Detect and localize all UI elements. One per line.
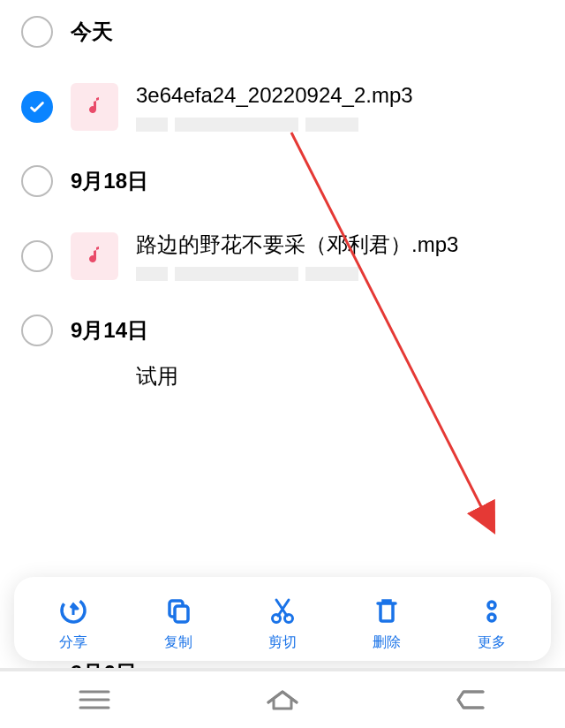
music-file-icon xyxy=(71,232,118,280)
checkbox-file-2[interactable] xyxy=(21,240,53,272)
menu-icon xyxy=(77,687,112,712)
section-row-sep18[interactable]: 9月18日 xyxy=(0,149,565,213)
section-title: 9月18日 xyxy=(71,167,148,195)
cut-icon xyxy=(265,593,300,628)
menu-button[interactable] xyxy=(68,682,121,717)
action-label: 删除 xyxy=(373,633,401,652)
back-button[interactable] xyxy=(444,682,497,717)
svg-rect-2 xyxy=(175,606,188,622)
section-title: 今天 xyxy=(71,18,113,46)
more-icon xyxy=(474,593,509,628)
file-info: 3e64efa24_20220924_2.mp3 xyxy=(136,81,544,132)
file-name-partial: 试用 xyxy=(136,362,178,387)
checkbox-sep14[interactable] xyxy=(21,315,53,346)
home-icon xyxy=(263,686,302,713)
trash-icon xyxy=(369,593,404,628)
section-row-today[interactable]: 今天 xyxy=(0,0,565,64)
share-icon xyxy=(56,593,91,628)
action-label: 剪切 xyxy=(268,633,297,652)
delete-button[interactable]: 删除 xyxy=(351,593,422,652)
file-name: 路边的野花不要采（邓利君）.mp3 xyxy=(136,231,544,258)
action-label: 更多 xyxy=(478,633,506,652)
file-list: 今天 3e64efa24_20220924_2.mp3 9月18日 路边的野花不… xyxy=(0,0,565,387)
action-label: 复制 xyxy=(164,633,192,652)
music-file-icon xyxy=(71,83,118,131)
copy-button[interactable]: 复制 xyxy=(143,593,214,652)
svg-point-5 xyxy=(488,602,495,609)
file-meta xyxy=(136,267,544,281)
section-title: 9月14日 xyxy=(71,316,148,345)
svg-point-6 xyxy=(488,614,495,621)
file-info: 路边的野花不要采（邓利君）.mp3 xyxy=(136,231,544,281)
file-row-2[interactable]: 路边的野花不要采（邓利君）.mp3 xyxy=(0,213,565,299)
cut-button[interactable]: 剪切 xyxy=(247,593,318,652)
section-row-sep14[interactable]: 9月14日 xyxy=(0,299,565,362)
check-icon xyxy=(27,97,47,117)
action-label: 分享 xyxy=(59,633,87,652)
checkbox-today[interactable] xyxy=(21,16,53,48)
system-navbar xyxy=(0,668,565,728)
file-name: 3e64efa24_20220924_2.mp3 xyxy=(136,81,544,109)
share-button[interactable]: 分享 xyxy=(38,593,109,652)
checkbox-file-1[interactable] xyxy=(21,91,53,123)
back-icon xyxy=(453,686,488,713)
file-meta xyxy=(136,118,544,132)
file-row-1[interactable]: 3e64efa24_20220924_2.mp3 xyxy=(0,64,565,149)
home-button[interactable] xyxy=(256,682,309,717)
file-row-3-partial[interactable]: 试用 xyxy=(0,362,565,387)
copy-icon xyxy=(161,593,196,628)
checkbox-sep18[interactable] xyxy=(21,165,53,197)
action-panel: 分享 复制 剪切 删除 更多 xyxy=(14,577,551,661)
more-button[interactable]: 更多 xyxy=(456,593,527,652)
